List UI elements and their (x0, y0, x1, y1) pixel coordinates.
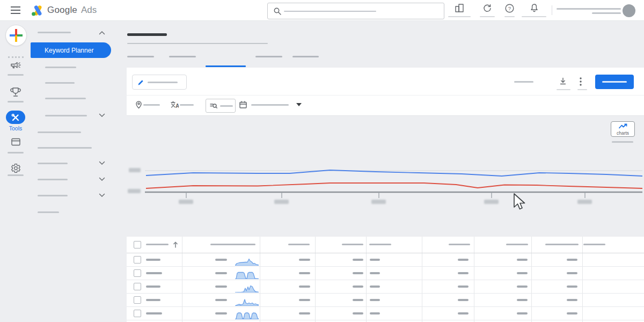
subnav-item-skeleton[interactable] (45, 82, 75, 84)
location-filter-skeleton[interactable] (143, 104, 160, 106)
edit-plan-button[interactable] (132, 75, 187, 90)
keywords-table (127, 237, 644, 322)
row-checkbox[interactable] (134, 310, 141, 317)
chevron-down-icon[interactable] (99, 161, 105, 165)
column-header-skeleton[interactable] (369, 244, 391, 245)
refresh-icon[interactable] (483, 4, 492, 13)
admin-gear-icon[interactable] (11, 163, 21, 173)
column-header-skeleton[interactable] (583, 244, 605, 245)
cell-skeleton (517, 272, 528, 274)
tab-skeleton[interactable] (127, 56, 154, 57)
row-checkbox[interactable] (134, 283, 141, 290)
row-checkbox[interactable] (134, 269, 141, 277)
subnav-item-skeleton[interactable] (38, 179, 68, 180)
column-header-skeleton[interactable] (210, 244, 255, 245)
tab-skeleton[interactable] (292, 56, 319, 57)
table-row[interactable] (127, 293, 644, 306)
cell-skeleton (215, 312, 227, 314)
row-checkbox[interactable] (134, 256, 141, 264)
row-checkbox[interactable] (134, 296, 141, 304)
search-volume-sparkline (235, 297, 259, 306)
search-input[interactable] (267, 3, 444, 19)
cell-skeleton (299, 259, 310, 261)
table-row[interactable] (127, 280, 644, 293)
skeleton-bar (220, 105, 233, 107)
language-translate-icon[interactable]: A (171, 101, 179, 108)
select-all-checkbox[interactable] (134, 241, 141, 248)
cell-skeleton (370, 286, 380, 288)
chevron-down-icon[interactable] (99, 113, 105, 118)
subnav-item-skeleton[interactable] (38, 195, 68, 196)
skeleton-bar (514, 81, 533, 83)
download-icon[interactable] (559, 77, 567, 86)
help-icon[interactable]: ? (505, 4, 514, 13)
chevron-down-icon[interactable] (99, 193, 105, 197)
search-volume-sparkline (235, 284, 259, 292)
dropdown-caret-icon[interactable] (296, 103, 302, 106)
skeleton-bar (577, 89, 587, 90)
column-header-skeleton[interactable] (288, 244, 310, 245)
subnav-item-skeleton[interactable] (45, 115, 87, 116)
keyword-skeleton (146, 312, 162, 314)
tab-active[interactable] (206, 54, 246, 60)
column-header-skeleton[interactable] (342, 244, 363, 245)
tab-skeleton[interactable] (169, 56, 196, 57)
language-filter-skeleton[interactable] (180, 104, 194, 106)
avatar[interactable] (623, 4, 635, 17)
subnav-item-skeleton[interactable] (38, 163, 68, 164)
sort-ascending-icon[interactable] (172, 241, 179, 248)
billing-icon[interactable] (11, 138, 20, 146)
search-volume-sparkline (235, 270, 259, 279)
google-ads-logo-icon (31, 5, 44, 16)
location-pin-icon[interactable] (135, 101, 142, 109)
account-name-skeleton (557, 8, 621, 10)
more-options-kebab-icon[interactable] (579, 77, 582, 86)
subnav-item-skeleton[interactable] (45, 67, 76, 68)
subnav-item-skeleton[interactable] (38, 131, 81, 133)
cell-skeleton (353, 299, 363, 301)
column-header-skeleton[interactable] (146, 244, 169, 245)
column-header-skeleton[interactable] (506, 244, 528, 245)
subnav-item-skeleton[interactable] (38, 211, 59, 213)
mouse-cursor (513, 193, 528, 211)
table-row[interactable] (127, 266, 644, 280)
table-row[interactable] (127, 306, 644, 320)
tools-nav-selected[interactable] (6, 111, 25, 124)
subnav-item-keyword-planner-selected[interactable]: Keyword Planner (31, 42, 111, 58)
column-header-skeleton[interactable] (545, 244, 579, 245)
skeleton-bar (480, 16, 495, 17)
reports-icon[interactable] (455, 4, 464, 13)
calendar-icon[interactable] (239, 101, 247, 108)
cell-skeleton (458, 272, 469, 274)
tab-skeleton[interactable] (255, 56, 282, 57)
search-icon (274, 8, 281, 15)
cell-skeleton (370, 312, 380, 314)
menu-icon[interactable] (11, 6, 20, 14)
cell-skeleton (299, 272, 310, 274)
subnav-item-skeleton[interactable] (45, 98, 86, 99)
svg-text:A: A (175, 103, 179, 108)
logo-brand-text: Google (47, 5, 77, 16)
svg-text:?: ? (508, 5, 511, 11)
google-ads-keyword-planner-app: Google Ads ? (0, 0, 644, 322)
search-networks-filter-box[interactable] (206, 99, 236, 113)
x-axis-label-smudge (484, 200, 499, 204)
create-button[interactable] (5, 25, 27, 46)
campaigns-icon[interactable] (11, 61, 21, 70)
top-app-bar: Google Ads ? (0, 0, 644, 21)
keyword-skeleton (146, 286, 160, 288)
date-range-skeleton[interactable] (251, 104, 289, 106)
filter-search-icon (210, 103, 217, 109)
subnav-item-skeleton[interactable] (38, 147, 92, 149)
search-placeholder-skeleton (284, 11, 376, 12)
column-header-skeleton[interactable] (449, 244, 470, 245)
x-axis-label-smudge (179, 200, 193, 204)
chevron-down-icon[interactable] (99, 177, 105, 181)
notifications-icon[interactable] (530, 3, 538, 13)
table-row[interactable] (127, 253, 644, 266)
cell-skeleton (353, 312, 363, 314)
primary-action-button[interactable] (595, 75, 634, 89)
search-volume-sparkline (235, 311, 259, 319)
skeleton-bar (557, 89, 570, 90)
goals-icon[interactable] (10, 87, 21, 98)
